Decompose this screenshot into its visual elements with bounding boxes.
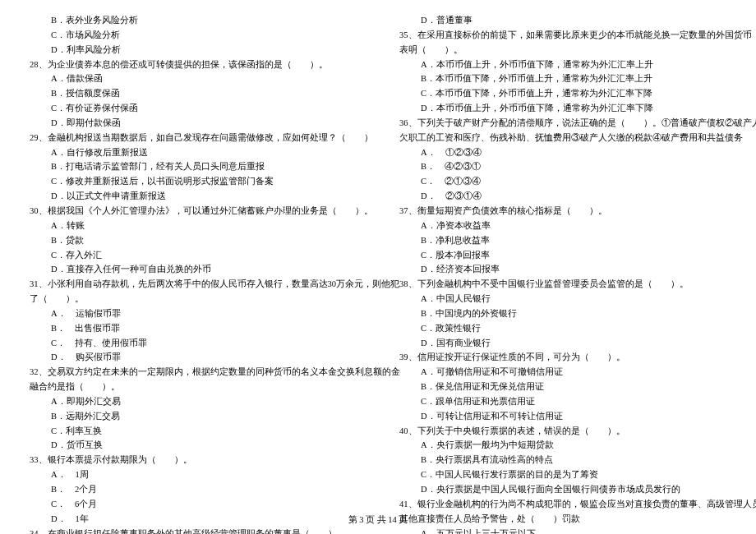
question-28: 28、为企业债券本息的偿还或可转债提供的担保，该保函指的是（ ）。 [20, 58, 366, 72]
option: D． 购买假币罪 [20, 350, 366, 365]
option: C．修改并重新报送后，以书面说明形式报监管部门备案 [20, 174, 366, 189]
option: D．国有商业银行 [390, 336, 736, 351]
option: A．净资本收益率 [390, 219, 736, 233]
option: D．本币币值上升，外币币值下降，通常称为外汇汇率下降 [390, 101, 736, 116]
option: C．市场风险分析 [20, 28, 366, 43]
option: A． 1周 [20, 467, 366, 482]
option: B． ④②③① [390, 159, 736, 174]
page-footer: 第 3 页 共 14 页 [0, 513, 756, 527]
option: C．政策性银行 [390, 321, 736, 336]
question-38: 38、下列金融机构中不受中国银行业监督管理委员会监管的是（ ）。 [390, 277, 736, 292]
question-32: 32、交易双方约定在未来的一定期限内，根据约定数量的同种货币的名义本金交换利息额… [20, 365, 366, 380]
option: D．货币互换 [20, 438, 366, 453]
question-35-cont: 表明（ ）。 [390, 43, 736, 58]
option: B．表外业务风险分析 [20, 13, 366, 28]
question-30: 30、根据我国《个人外汇管理办法》，可以通过外汇储蓄账户办理的业务是（ ）。 [20, 204, 366, 219]
option: B．央行票据具有流动性高的特点 [390, 453, 736, 467]
option: B． 2个月 [20, 482, 366, 497]
option: B．中国境内的外资银行 [390, 306, 736, 321]
option: D．直接存入任何一种可自由兑换的外币 [20, 262, 366, 277]
question-36-cont: 欠职工的工资和医疗、伤残补助、抚恤费用③破产人欠缴的税款④破产费用和共益债务 [390, 131, 736, 145]
question-31: 31、小张利用自动存款机，先后两次将手中的假人民币存入银行，数量高达30万余元，… [20, 277, 366, 292]
option: A． 运输假币罪 [20, 306, 366, 321]
option: D．即期付款保函 [20, 116, 366, 131]
option: A．可撤销信用证和不可撤销信用证 [390, 365, 736, 380]
left-column: B．表外业务风险分析 C．市场风险分析 D．利率风险分析 28、为企业债券本息的… [20, 13, 366, 534]
option: B． 出售假币罪 [20, 321, 366, 336]
question-35: 35、在采用直接标价的前提下，如果需要比原来更少的本币就能兑换一定数量的外国货币… [390, 28, 736, 43]
option: D．普通董事 [390, 13, 736, 28]
option: D． ②③①④ [390, 189, 736, 204]
option: C．中国人民银行发行票据的目的是为了筹资 [390, 467, 736, 482]
option: B．打电话请示监管部门，经有关人员口头同意后重报 [20, 159, 366, 174]
question-39: 39、信用证按开证行保证性质的不同，可分为（ ）。 [390, 350, 736, 365]
option: B．本币币值下降，外币币值上升，通常称为外汇汇率上升 [390, 71, 736, 86]
option: B．授信额度保函 [20, 86, 366, 101]
option: B．远期外汇交易 [20, 409, 366, 424]
option: A．中国人民银行 [390, 292, 736, 306]
question-29: 29、金融机构报送当期数据后，如自己发现存在问题需做修改，应如何处理？（ ） [20, 131, 366, 145]
right-column: D．普通董事 35、在采用直接标价的前提下，如果需要比原来更少的本币就能兑换一定… [390, 13, 736, 534]
option: C．股本净回报率 [390, 248, 736, 263]
question-31-cont: 了（ ）。 [20, 292, 366, 306]
option: D．利率风险分析 [20, 43, 366, 58]
option: A．借款保函 [20, 71, 366, 86]
option: C． ②①③④ [390, 174, 736, 189]
option: B．保兑信用证和无保兑信用证 [390, 380, 736, 394]
option: C．利率互换 [20, 424, 366, 439]
option: C．有价证券保付保函 [20, 101, 366, 116]
option: C． 6个月 [20, 497, 366, 512]
option: C．跟单信用证和光票信用证 [390, 394, 736, 409]
option: A．央行票据一般均为中短期贷款 [390, 438, 736, 453]
option: A．自行修改后重新报送 [20, 145, 366, 160]
option: C．存入外汇 [20, 248, 366, 263]
option: A． ①②③④ [390, 145, 736, 160]
question-40: 40、下列关于中央银行票据的表述，错误的是（ ）。 [390, 424, 736, 439]
option: A．即期外汇交易 [20, 394, 366, 409]
question-41: 41、银行业金融机构的行为尚不构成犯罪的，银监会应当对直接负责的董事、高级管理人… [390, 497, 736, 512]
option: A．本币币值上升，外币币值下降，通常称为外汇汇率上升 [390, 58, 736, 72]
question-37: 37、衡量短期资产负债效率的核心指标是（ ）。 [390, 204, 736, 219]
question-36: 36、下列关于破产财产分配的清偿顺序，说法正确的是（ ）。①普通破产债权②破产人… [390, 116, 736, 131]
option: A．转账 [20, 219, 366, 233]
option: B．净利息收益率 [390, 233, 736, 248]
option: D．央行票据是中国人民银行面向全国银行间债券市场成员发行的 [390, 482, 736, 497]
question-32-cont: 融合约是指（ ）。 [20, 380, 366, 394]
option: D．以正式文件申请重新报送 [20, 189, 366, 204]
option: D．经济资本回报率 [390, 262, 736, 277]
question-33: 33、银行本票提示付款期限为（ ）。 [20, 453, 366, 467]
option: D．可转让信用证和不可转让信用证 [390, 409, 736, 424]
option: C． 持有、使用假币罪 [20, 336, 366, 351]
option: B．贷款 [20, 233, 366, 248]
option: C．本币币值下降，外币币值上升，通常称为外汇汇率下降 [390, 86, 736, 101]
